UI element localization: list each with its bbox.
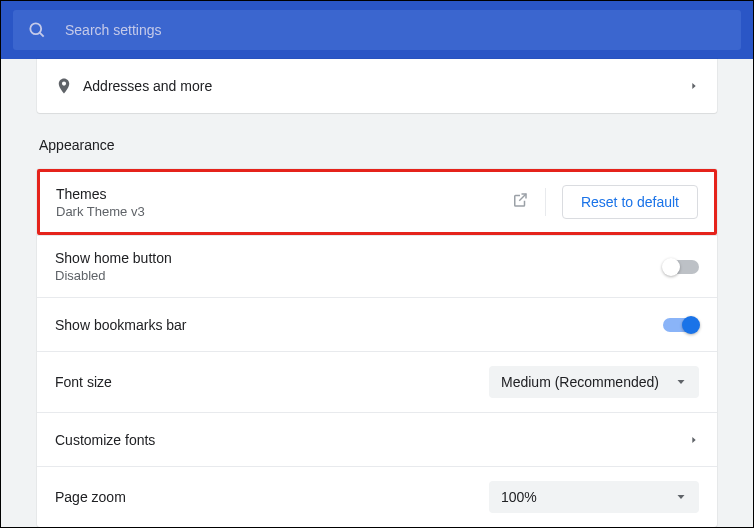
open-external-icon (511, 191, 529, 209)
themes-title: Themes (56, 186, 511, 202)
font-size-title: Font size (55, 374, 489, 390)
chevron-right-icon (689, 435, 699, 445)
themes-subtitle: Dark Theme v3 (56, 204, 511, 219)
customize-fonts-row[interactable]: Customize fonts (37, 412, 717, 466)
home-button-title: Show home button (55, 250, 663, 266)
search-bar[interactable] (13, 10, 741, 50)
svg-point-0 (30, 23, 41, 34)
addresses-row[interactable]: Addresses and more (37, 59, 717, 113)
svg-line-2 (519, 194, 526, 201)
svg-line-1 (40, 33, 44, 37)
themes-highlight: Themes Dark Theme v3 Reset to default (37, 169, 717, 235)
chevron-down-icon (675, 376, 687, 388)
font-size-row: Font size Medium (Recommended) (37, 351, 717, 412)
addresses-label: Addresses and more (83, 78, 689, 94)
chevron-down-icon (675, 491, 687, 503)
customize-fonts-title: Customize fonts (55, 432, 689, 448)
page-zoom-value: 100% (501, 489, 537, 505)
themes-row[interactable]: Themes Dark Theme v3 Reset to default (40, 172, 714, 232)
font-size-value: Medium (Recommended) (501, 374, 659, 390)
home-button-row: Show home button Disabled (37, 235, 717, 297)
bookmarks-toggle[interactable] (663, 318, 699, 332)
font-size-select[interactable]: Medium (Recommended) (489, 366, 699, 398)
pin-icon (55, 77, 73, 95)
home-button-toggle[interactable] (663, 260, 699, 274)
bookmarks-row: Show bookmarks bar (37, 297, 717, 351)
home-button-subtitle: Disabled (55, 268, 663, 283)
reset-to-default-button[interactable]: Reset to default (562, 185, 698, 219)
chevron-right-icon (689, 81, 699, 91)
search-input[interactable] (65, 22, 727, 38)
appearance-heading: Appearance (39, 137, 717, 153)
page-zoom-title: Page zoom (55, 489, 489, 505)
page-zoom-select[interactable]: 100% (489, 481, 699, 513)
search-icon (27, 20, 47, 40)
divider (545, 188, 546, 216)
page-zoom-row: Page zoom 100% (37, 466, 717, 527)
bookmarks-title: Show bookmarks bar (55, 317, 663, 333)
